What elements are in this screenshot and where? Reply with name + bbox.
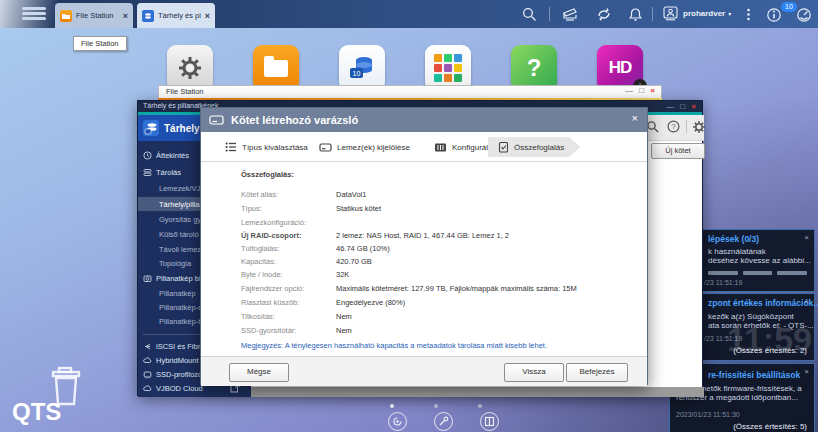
help-icon[interactable]: ? bbox=[667, 120, 682, 135]
cancel-button[interactable]: Mégse bbox=[229, 363, 289, 382]
background-tasks-icon[interactable] bbox=[562, 7, 577, 22]
row-label: Új RAID-csoport: bbox=[241, 231, 301, 240]
myqnapcloud-shortcut-icon[interactable] bbox=[388, 412, 407, 431]
minimize-button[interactable]: — bbox=[666, 102, 676, 111]
gear-icon bbox=[177, 55, 203, 81]
row-value: 46.74 GB (10%) bbox=[336, 244, 390, 253]
row-value: Engedélyezve (80%) bbox=[336, 298, 405, 307]
tool-shortcut-icon[interactable] bbox=[434, 412, 453, 431]
qts-logo: QTS bbox=[12, 398, 61, 426]
window-title: File Station bbox=[166, 87, 204, 96]
search-icon[interactable] bbox=[522, 7, 537, 22]
close-icon[interactable]: × bbox=[632, 112, 638, 124]
question-mark-icon: ? bbox=[527, 54, 542, 82]
step-label: Összefoglalás bbox=[514, 143, 564, 152]
row-label: SSD-gyorsítótár: bbox=[241, 326, 296, 335]
desktop-page-dot[interactable] bbox=[478, 404, 482, 408]
row-value: 420.70 GB bbox=[336, 257, 372, 266]
summary-row: Riasztási küszöb: Engedélyezve (80%) bbox=[201, 298, 647, 311]
maximize-button[interactable]: □ bbox=[639, 86, 646, 95]
step-label: Lemez(ek) kijelölése bbox=[337, 143, 410, 152]
sidebar-label: Külső tároló bbox=[159, 230, 199, 239]
close-icon[interactable]: × bbox=[205, 11, 210, 21]
close-icon[interactable]: × bbox=[804, 297, 809, 306]
notification-title: re-frissítési beállítások bbox=[708, 370, 814, 380]
notification-count: (Összes értesítés: 2) bbox=[733, 346, 807, 355]
taskbar-tab-file-station[interactable]: File Station × bbox=[55, 3, 133, 28]
row-value: 32K bbox=[336, 270, 349, 279]
more-menu-icon[interactable] bbox=[746, 7, 754, 22]
user-menu[interactable]: prohardver ▾ bbox=[663, 6, 731, 21]
step-label: Típus kiválasztása bbox=[242, 143, 308, 152]
sidebar-label: HybridMount bbox=[156, 356, 199, 365]
dialog-footer: Mégse Vissza Befejezés bbox=[201, 356, 647, 386]
drive-icon bbox=[319, 142, 332, 153]
search-icon[interactable] bbox=[646, 120, 661, 135]
volume-icon bbox=[201, 114, 224, 126]
file-station-window-titlebar[interactable]: File Station — □ × bbox=[158, 85, 662, 99]
volume-wizard-dialog: Kötet létrehozó varázsló × Típus kiválas… bbox=[200, 107, 648, 385]
window-bottom-strip bbox=[251, 387, 704, 397]
close-button[interactable]: × bbox=[691, 102, 698, 111]
notification-title: zpont értékes információk... bbox=[708, 298, 814, 308]
summary-row: Fájlrendszer opció: Maximális kötetméret… bbox=[201, 284, 647, 297]
sidebar-label: Áttekintés bbox=[156, 151, 189, 160]
notification-body: ata során érhetők el: - QTS-... bbox=[708, 321, 814, 330]
new-volume-button[interactable]: Új kötet bbox=[651, 143, 705, 159]
bell-icon[interactable] bbox=[628, 7, 643, 22]
storage-app-icon bbox=[143, 120, 159, 136]
row-value: Nem bbox=[336, 312, 352, 321]
dashboard-icon[interactable] bbox=[796, 7, 811, 22]
gear-icon[interactable] bbox=[692, 120, 707, 135]
step-disk-selection[interactable]: Lemez(ek) kijelölése bbox=[319, 137, 410, 157]
folder-icon bbox=[60, 10, 72, 22]
taskbar-tab-storage[interactable]: Tárhely és pi... × bbox=[137, 3, 215, 28]
desktop-page-dot-active[interactable] bbox=[390, 404, 394, 408]
wizard-steps: Típus kiválasztása Lemez(ek) kijelölése … bbox=[201, 132, 647, 162]
close-button[interactable]: × bbox=[650, 86, 657, 95]
dashboard-shortcut-icon[interactable] bbox=[480, 412, 499, 431]
row-label: Túlfoglalás: bbox=[241, 244, 279, 253]
row-label: Titkosítás: bbox=[241, 312, 275, 321]
folder-icon bbox=[264, 60, 288, 77]
ssd-icon bbox=[143, 370, 152, 379]
window-controls: — □ × bbox=[625, 86, 657, 95]
iscsi-icon bbox=[143, 342, 152, 351]
summary-row: Byte / inode: 32K bbox=[201, 270, 647, 283]
drive-config-icon bbox=[434, 142, 447, 153]
sidebar-label: Tárolás bbox=[156, 168, 181, 177]
back-button[interactable]: Vissza bbox=[504, 363, 564, 382]
main-menu-icon[interactable] bbox=[22, 7, 46, 21]
notification-timestamp: /23 11:51:19 bbox=[704, 335, 742, 342]
close-icon[interactable]: × bbox=[123, 11, 128, 21]
finish-button[interactable]: Befejezés bbox=[566, 363, 628, 382]
window-controls: — □ × bbox=[666, 102, 698, 111]
desktop-page-dot[interactable] bbox=[434, 404, 438, 408]
step-type-selection[interactable]: Típus kiválasztása bbox=[225, 137, 308, 157]
maximize-button[interactable]: □ bbox=[680, 102, 687, 111]
snapshot-icon bbox=[143, 274, 152, 283]
progress-segments bbox=[708, 271, 807, 275]
row-label: Riasztási küszöb: bbox=[241, 298, 299, 307]
taskbar: File Station × Tárhely és pi... × prohar… bbox=[0, 0, 818, 28]
row-label: Fájlrendszer opció: bbox=[241, 284, 304, 293]
minimize-button[interactable]: — bbox=[625, 86, 635, 95]
svg-text:10: 10 bbox=[353, 70, 361, 77]
row-label: Kötet alias: bbox=[241, 190, 278, 199]
tab-tooltip: File Station bbox=[73, 36, 127, 51]
summary-row: Túlfoglalás: 46.74 GB (10%) bbox=[201, 244, 647, 257]
sync-icon[interactable] bbox=[596, 7, 611, 22]
row-value: Nem bbox=[336, 326, 352, 335]
row-label: Kapacitás: bbox=[241, 257, 276, 266]
summary-row: Titkosítás: Nem bbox=[201, 312, 647, 325]
storage-app-icon bbox=[142, 10, 154, 22]
chevron-down-icon: ▾ bbox=[728, 10, 731, 17]
dialog-header[interactable]: Kötet létrehozó varázsló × bbox=[201, 108, 647, 132]
close-icon[interactable]: × bbox=[804, 233, 809, 242]
disks-icon bbox=[143, 168, 152, 177]
step-summary-current[interactable]: Összefoglalás bbox=[488, 137, 580, 157]
cloud-icon bbox=[143, 384, 152, 393]
step-configure[interactable]: Konfigurálás bbox=[434, 137, 496, 157]
close-icon[interactable]: × bbox=[804, 367, 809, 376]
info-icon[interactable] bbox=[766, 7, 781, 22]
